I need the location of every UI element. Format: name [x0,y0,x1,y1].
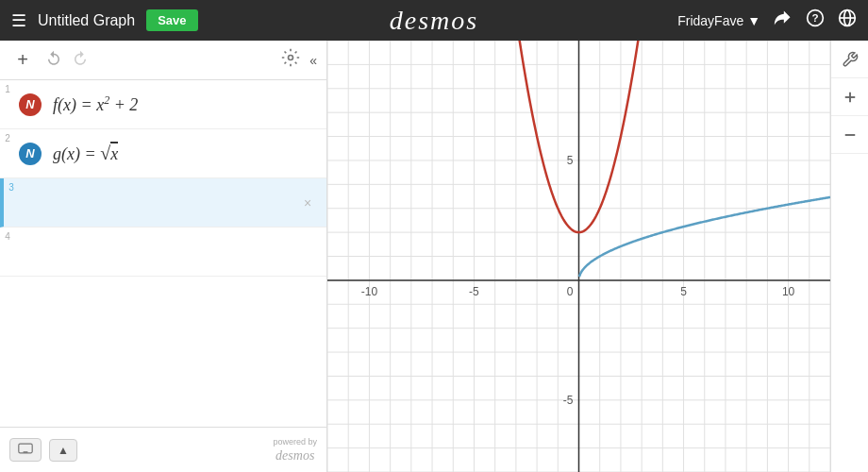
save-button[interactable]: Save [146,9,197,31]
left-panel-footer: ▲ powered by desmos [0,427,326,472]
color-icon-2[interactable]: N [15,143,45,165]
row-number-4: 4 [0,228,15,242]
settings-icon[interactable] [281,48,300,72]
expression-list: 1 N f(x) = x2 + 2 × 2 N [0,80,326,427]
undo-button[interactable] [45,50,62,71]
right-toolbar [830,41,868,472]
expression-content-4[interactable] [45,243,326,261]
collapse-panel-icon[interactable]: « [309,53,317,68]
color-circle-blue: N [19,143,42,165]
row-number-2: 2 [0,129,15,143]
wrench-button[interactable] [831,41,868,78]
main-area: + « 1 N [0,41,868,472]
close-expression-3[interactable]: × [294,190,321,216]
graph-title: Untitled Graph [38,12,135,29]
expression-row-3[interactable]: 3 × [0,178,326,228]
username-label[interactable]: FridayFave ▼ [677,13,760,28]
svg-point-5 [289,56,293,60]
zoom-in-button[interactable] [831,78,868,116]
row-number-3: 3 [4,178,19,193]
keyboard-button[interactable] [9,438,42,462]
add-expression-button[interactable]: + [9,47,36,74]
graph-canvas[interactable] [327,41,830,472]
desmos-logo: desmos [390,6,478,36]
left-panel: + « 1 N [0,41,327,472]
menu-icon[interactable]: ☰ [11,10,26,31]
expression-row-1: 1 N f(x) = x2 + 2 × [0,80,326,129]
powered-by: powered by desmos [273,437,317,464]
header-right: FridayFave ▼ ? [677,8,857,32]
expression-toolbar: + « [0,41,326,80]
svg-text:?: ? [811,11,818,24]
graph-panel[interactable] [327,41,868,472]
color-circle-red: N [19,93,42,116]
color-icon-1[interactable]: N [15,93,45,116]
row-number-1: 1 [0,80,15,94]
expression-content-1[interactable]: f(x) = x2 + 2 [45,84,294,125]
header: ☰ Untitled Graph Save desmos FridayFave … [0,0,868,41]
globe-icon[interactable] [838,8,857,32]
expression-row-4[interactable]: 4 [0,228,326,277]
expression-row-2: 2 N g(x) = √x × [0,129,326,178]
expression-content-3[interactable] [49,194,294,212]
help-icon[interactable]: ? [806,8,825,32]
expression-content-2[interactable]: g(x) = √x [45,133,294,174]
zoom-out-button[interactable] [831,116,868,154]
redo-button[interactable] [72,50,89,71]
expand-button[interactable]: ▲ [49,439,77,462]
share-icon[interactable] [774,8,793,32]
